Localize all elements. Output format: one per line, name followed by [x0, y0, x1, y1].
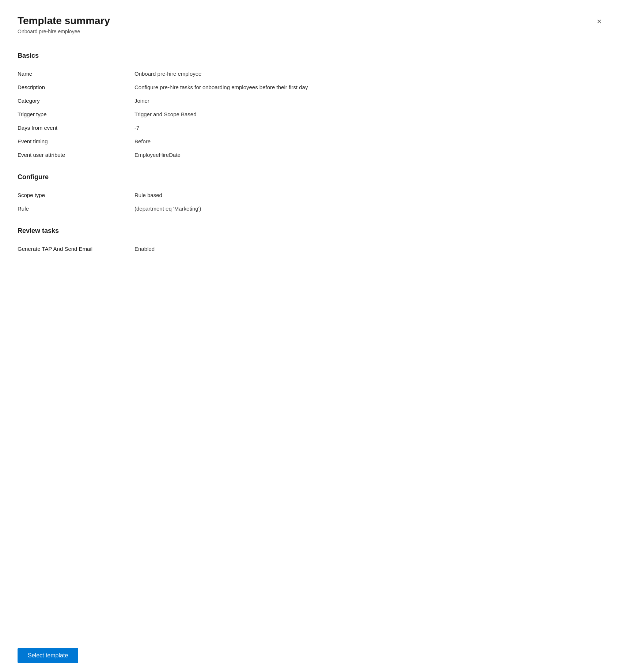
field-label-description: Description: [18, 84, 134, 90]
panel-subtitle: Onboard pre-hire employee: [18, 29, 110, 34]
close-button[interactable]: ×: [594, 16, 604, 27]
field-value-name: Onboard pre-hire employee: [134, 71, 604, 77]
field-label-rule: Rule: [18, 205, 134, 212]
field-label-category: Category: [18, 98, 134, 104]
field-label-scope-type: Scope type: [18, 192, 134, 198]
template-summary-panel: Template summary Onboard pre-hire employ…: [0, 0, 622, 672]
field-row-trigger-type: Trigger type Trigger and Scope Based: [18, 107, 604, 121]
field-row-days-from-event: Days from event -7: [18, 121, 604, 135]
field-label-generate-tap: Generate TAP And Send Email: [18, 246, 134, 252]
panel-footer: Select template: [0, 639, 622, 672]
basics-heading: Basics: [18, 52, 604, 60]
field-label-days-from-event: Days from event: [18, 125, 134, 131]
field-label-event-user-attribute: Event user attribute: [18, 152, 134, 158]
basics-section: Basics Name Onboard pre-hire employee De…: [18, 52, 604, 162]
field-label-trigger-type: Trigger type: [18, 111, 134, 117]
field-value-trigger-type: Trigger and Scope Based: [134, 111, 604, 117]
field-value-category: Joiner: [134, 98, 604, 104]
panel-header: Template summary Onboard pre-hire employ…: [18, 15, 604, 34]
field-value-event-timing: Before: [134, 138, 604, 144]
field-value-days-from-event: -7: [134, 125, 604, 131]
field-label-name: Name: [18, 71, 134, 77]
field-row-generate-tap: Generate TAP And Send Email Enabled: [18, 242, 604, 256]
configure-section: Configure Scope type Rule based Rule (de…: [18, 173, 604, 215]
field-row-name: Name Onboard pre-hire employee: [18, 67, 604, 80]
panel-title-block: Template summary Onboard pre-hire employ…: [18, 15, 110, 34]
field-value-rule: (department eq 'Marketing'): [134, 205, 604, 212]
panel-title: Template summary: [18, 15, 110, 27]
select-template-button[interactable]: Select template: [18, 648, 78, 663]
field-value-generate-tap: Enabled: [134, 246, 604, 252]
field-row-category: Category Joiner: [18, 94, 604, 107]
field-row-event-user-attribute: Event user attribute EmployeeHireDate: [18, 148, 604, 162]
field-label-event-timing: Event timing: [18, 138, 134, 144]
field-value-description: Configure pre-hire tasks for onboarding …: [134, 84, 604, 90]
field-row-scope-type: Scope type Rule based: [18, 188, 604, 202]
review-tasks-heading: Review tasks: [18, 227, 604, 235]
configure-heading: Configure: [18, 173, 604, 181]
field-value-event-user-attribute: EmployeeHireDate: [134, 152, 604, 158]
field-row-description: Description Configure pre-hire tasks for…: [18, 80, 604, 94]
field-row-rule: Rule (department eq 'Marketing'): [18, 202, 604, 215]
field-row-event-timing: Event timing Before: [18, 135, 604, 148]
field-value-scope-type: Rule based: [134, 192, 604, 198]
review-tasks-section: Review tasks Generate TAP And Send Email…: [18, 227, 604, 256]
